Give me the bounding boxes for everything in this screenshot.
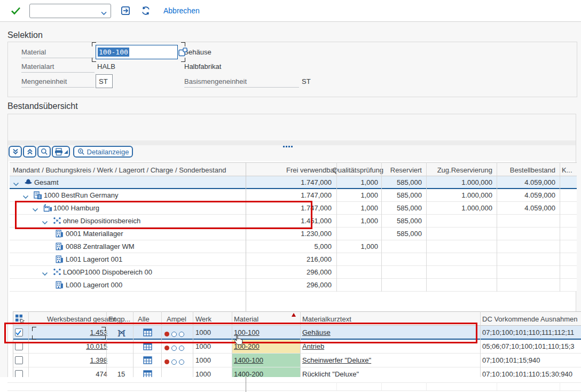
tree-row-1000-bestrun-germany[interactable]: 1000 BestRun Germany1.747,0001,000585,00… — [10, 189, 577, 202]
tree-row-l000-lagerort-000[interactable]: L000 Lagerort 000296,000 — [10, 279, 577, 292]
annotation-box-tree — [15, 201, 312, 229]
column-header-k[interactable]: K... — [562, 166, 572, 174]
tree-cell-frei: 296,000 — [246, 268, 336, 276]
dc-ausnahmen-value: 07;10;100;101;110;111;112;11 — [482, 328, 581, 336]
expand-all-button[interactable] — [9, 146, 22, 158]
tree-cell-res: 585,000 — [381, 230, 426, 238]
werk-value: 1000 — [195, 356, 211, 364]
print-dropdown-icon — [64, 150, 68, 154]
cancel-button[interactable]: Abbrechen — [163, 6, 200, 15]
search-button[interactable] — [37, 146, 51, 158]
tree-cell-zug: 1.000,000 — [426, 204, 497, 212]
material-value: 100-100 — [98, 48, 129, 57]
column-header-dc-ausnahmen[interactable]: DC Vorkommende Ausnahmen — [482, 315, 577, 323]
detail-table-icon[interactable] — [143, 342, 152, 352]
confirm-icon[interactable] — [11, 6, 21, 17]
exit-icon[interactable] — [120, 5, 131, 18]
value-help-icon[interactable] — [178, 48, 187, 58]
material-input[interactable]: 100-100 — [96, 45, 178, 59]
dc-ausnahmen-value: 05;06;07;10;100;101;110;15;3 — [482, 342, 581, 350]
materialkurztext-link[interactable]: Antrieb — [302, 342, 324, 350]
column-header-bestellbestand[interactable]: Bestellbestand — [497, 166, 555, 174]
tree-cell-best: 4.059,000 — [497, 204, 560, 212]
column-header-zug-reservierung[interactable]: Zug.Reservierung — [426, 166, 492, 174]
tree-cell-qual: 1,000 — [336, 191, 381, 199]
chevron-down-icon[interactable] — [101, 9, 107, 17]
tree-expand-chevron-icon[interactable] — [13, 180, 19, 188]
print-button[interactable] — [52, 146, 70, 158]
tree-node-label: L001 Lagerort 001 — [66, 255, 122, 263]
tree-cell-res: 585,000 — [381, 191, 426, 199]
detail-table-icon[interactable] — [143, 356, 152, 366]
materialart-label: Materialart — [21, 62, 95, 73]
tree-cell-best: 4.059,000 — [497, 191, 560, 199]
tree-cell-qual: 1,000 — [336, 204, 381, 212]
storage-icon — [56, 255, 64, 265]
bestand-title: Bestandsübersicht — [7, 101, 78, 111]
top-toolbar: Abbrechen — [0, 0, 581, 22]
row-checkbox[interactable] — [15, 356, 23, 364]
hand-cursor — [234, 334, 243, 347]
werksbestand-link[interactable]: 10.015 — [30, 342, 112, 350]
tree-node-label: 0001 Materiallager — [66, 230, 123, 238]
tree-row-gesamt[interactable]: Gesamt1.747,0001,000585,0001.000,0004.05… — [10, 176, 577, 189]
mrp-area-icon — [53, 268, 61, 277]
tree-cell-frei: 5,000 — [246, 242, 336, 250]
column-header-frei-verwendbar[interactable]: Frei verwendbar — [246, 166, 336, 174]
materialkurztext-link[interactable]: Scheinwerfer "Deluxe" — [302, 356, 371, 364]
mengeneinheit-label: Mengeneinheit — [21, 77, 95, 88]
column-header-reserviert[interactable]: Reserviert — [381, 166, 422, 174]
column-header-alle[interactable]: Alle — [138, 315, 150, 323]
tree-row-l001-lagerort-001[interactable]: L001 Lagerort 001216,000 — [10, 253, 577, 266]
detail-row-1400-100[interactable]: 1.39810001400-100Scheinwerfer "Deluxe"07… — [13, 354, 581, 367]
tree-expand-chevron-icon[interactable] — [22, 193, 29, 201]
splitter-handle-icon[interactable] — [283, 142, 294, 150]
tree-node-label: 1000 BestRun Germany — [44, 191, 118, 199]
column-header-werksbestand[interactable]: Werksbestand gesamt — [30, 315, 116, 323]
tree-cell-frei: 296,000 — [246, 281, 336, 289]
tree-expand-chevron-icon[interactable] — [42, 270, 48, 278]
refresh-icon[interactable] — [140, 5, 151, 18]
splitter-bar[interactable] — [8, 140, 576, 145]
tree-cell-zug: 1.000,000 — [426, 191, 497, 199]
materialart-desc: Halbfabrikat — [184, 62, 221, 70]
column-header-material[interactable]: Material — [234, 315, 258, 323]
basismengeneinheit-label: Basismengeneinheit — [184, 77, 299, 88]
column-header-materialkurztext[interactable]: Materialkurztext — [302, 315, 351, 323]
tree-node-label: 0088 Zentrallager WM — [66, 242, 135, 250]
tree-cell-qual: 1,000 — [336, 242, 381, 250]
traffic-light-red-icon — [164, 357, 186, 365]
client-icon — [24, 178, 33, 187]
column-header-ampel[interactable]: Ampel — [167, 315, 186, 323]
werksbestand-link[interactable]: 1.398 — [30, 356, 112, 364]
tree-hierarchy-column-header[interactable]: Mandant / Buchungskreis / Werk / Lageror… — [13, 166, 226, 174]
tree-cell-frei: 1.230,000 — [246, 230, 336, 238]
tree-row-lo00p1000-dispobereich-00[interactable]: LO00P1000 Dispobereich 00296,000 — [10, 266, 577, 279]
material-label: Material — [21, 48, 95, 58]
detail-display-button[interactable]: Detailanzeige — [73, 146, 133, 158]
clipped-bottom-area — [0, 377, 581, 392]
tree-cell-res: 585,000 — [381, 178, 426, 186]
mengeneinheit-input[interactable]: ST — [96, 74, 113, 88]
tree-cell-qual: 1,000 — [336, 178, 381, 186]
tree-node-label: Gesamt — [34, 178, 59, 186]
column-header-qualitaetspruefung[interactable]: Qualitätsprüfung — [327, 166, 383, 174]
command-input[interactable] — [29, 4, 111, 18]
column-header-werk[interactable]: Werk — [195, 315, 211, 323]
collapse-all-button[interactable] — [23, 146, 36, 158]
sap-stock-overview-screen: Abbrechen Selektion Material 100-100 Geh… — [0, 0, 581, 392]
tree-row-0088-zentrallager-wm[interactable]: 0088 Zentrallager WM5,0001,000 — [10, 240, 577, 253]
sort-ascending-icon — [292, 313, 296, 317]
traffic-light-red-icon — [164, 343, 186, 351]
tree-cell-res: 585,000 — [381, 204, 426, 212]
tree-cell-zug: 1.000,000 — [426, 178, 497, 186]
tree-cell-frei: 1.747,000 — [246, 178, 336, 186]
tree-row-0001-materiallager[interactable]: 0001 Materiallager1.230,000585,000 — [10, 228, 577, 240]
material-link[interactable]: 1400-100 — [234, 356, 263, 364]
column-header-engpass[interactable]: Engp... — [108, 315, 130, 323]
storage-icon — [56, 281, 64, 291]
tree-cell-frei: 216,000 — [246, 255, 336, 263]
storage-icon — [56, 242, 64, 252]
tree-cell-best: 4.059,000 — [497, 178, 560, 186]
row-checkbox[interactable] — [15, 342, 23, 350]
